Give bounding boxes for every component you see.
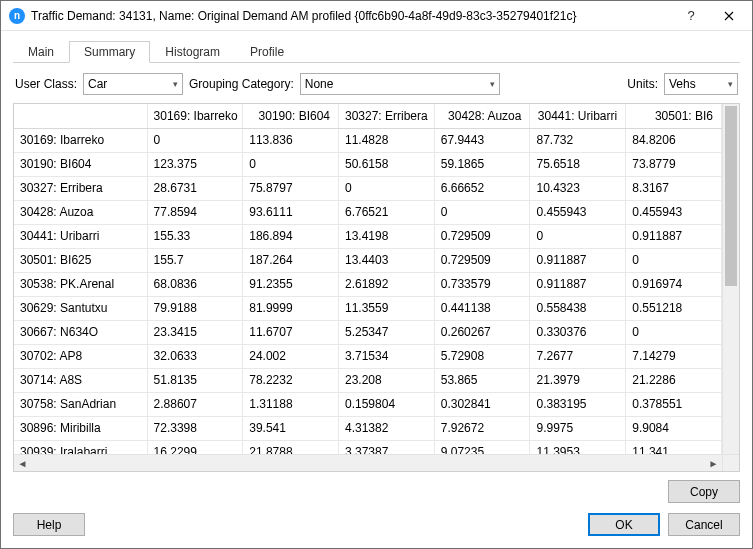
data-cell[interactable]: 23.3415 [147,320,243,344]
data-cell[interactable]: 0.378551 [626,392,722,416]
data-cell[interactable]: 21.2286 [626,368,722,392]
data-cell[interactable]: 0 [243,152,339,176]
close-button[interactable] [706,1,752,30]
row-header-cell[interactable]: 30714: A8S [14,368,147,392]
row-header-cell[interactable]: 30667: N634O [14,320,147,344]
data-cell[interactable]: 91.2355 [243,272,339,296]
data-cell[interactable]: 2.88607 [147,392,243,416]
copy-button[interactable]: Copy [668,480,740,503]
data-cell[interactable]: 0.551218 [626,296,722,320]
row-header-cell[interactable]: 30896: Miribilla [14,416,147,440]
data-cell[interactable]: 0.330376 [530,320,626,344]
table-row[interactable]: 30939: Iralabarri16.229921.87883.373879.… [14,440,722,454]
data-cell[interactable]: 79.9188 [147,296,243,320]
data-cell[interactable]: 3.71534 [339,344,435,368]
data-cell[interactable]: 5.25347 [339,320,435,344]
data-cell[interactable]: 0 [339,176,435,200]
data-cell[interactable]: 11.3559 [339,296,435,320]
data-cell[interactable]: 50.6158 [339,152,435,176]
data-cell[interactable]: 186.894 [243,224,339,248]
data-cell[interactable]: 0.733579 [434,272,530,296]
table-row[interactable]: 30169: Ibarreko0113.83611.482867.944387.… [14,128,722,152]
tab-summary[interactable]: Summary [69,41,150,63]
data-cell[interactable]: 81.9999 [243,296,339,320]
row-header-cell[interactable]: 30758: SanAdrian [14,392,147,416]
row-header-cell[interactable]: 30190: BI604 [14,152,147,176]
data-cell[interactable]: 8.3167 [626,176,722,200]
data-cell[interactable]: 11.6707 [243,320,339,344]
data-cell[interactable]: 0.455943 [530,200,626,224]
data-cell[interactable]: 9.07235 [434,440,530,454]
data-cell[interactable]: 7.14279 [626,344,722,368]
table-row[interactable]: 30629: Santutxu79.918881.999911.35590.44… [14,296,722,320]
data-cell[interactable]: 21.3979 [530,368,626,392]
table-row[interactable]: 30441: Uribarri155.33186.89413.41980.729… [14,224,722,248]
grouping-select[interactable]: None ▾ [300,73,500,95]
table-row[interactable]: 30327: Erribera28.673175.879706.6665210.… [14,176,722,200]
table-row[interactable]: 30702: AP832.063324.0023.715345.729087.2… [14,344,722,368]
data-cell[interactable]: 72.3398 [147,416,243,440]
data-cell[interactable]: 16.2299 [147,440,243,454]
table-row[interactable]: 30667: N634O23.341511.67075.253470.26026… [14,320,722,344]
data-cell[interactable]: 0.260267 [434,320,530,344]
data-cell[interactable]: 53.865 [434,368,530,392]
table-row[interactable]: 30501: BI625155.7187.26413.44030.7295090… [14,248,722,272]
data-cell[interactable]: 75.8797 [243,176,339,200]
data-cell[interactable]: 0.302841 [434,392,530,416]
data-cell[interactable]: 9.9084 [626,416,722,440]
data-cell[interactable]: 0.159804 [339,392,435,416]
data-cell[interactable]: 84.8206 [626,128,722,152]
cancel-button[interactable]: Cancel [668,513,740,536]
data-cell[interactable]: 67.9443 [434,128,530,152]
column-header[interactable]: 30327: Erribera [339,104,435,128]
data-cell[interactable]: 24.002 [243,344,339,368]
data-cell[interactable]: 73.8779 [626,152,722,176]
data-cell[interactable]: 0.558438 [530,296,626,320]
column-header[interactable]: 30441: Uribarri [530,104,626,128]
titlebar-help-button[interactable]: ? [676,1,706,30]
data-cell[interactable]: 93.6111 [243,200,339,224]
data-cell[interactable]: 5.72908 [434,344,530,368]
data-cell[interactable]: 11.4828 [339,128,435,152]
data-cell[interactable]: 87.732 [530,128,626,152]
data-cell[interactable]: 78.2232 [243,368,339,392]
data-cell[interactable]: 155.7 [147,248,243,272]
row-header-cell[interactable]: 30939: Iralabarri [14,440,147,454]
data-cell[interactable]: 3.37387 [339,440,435,454]
data-cell[interactable]: 0.455943 [626,200,722,224]
column-header[interactable]: 30190: BI604 [243,104,339,128]
data-cell[interactable]: 0 [626,320,722,344]
row-header-cell[interactable]: 30629: Santutxu [14,296,147,320]
scrollbar-thumb[interactable] [725,106,737,286]
data-cell[interactable]: 4.31382 [339,416,435,440]
data-cell[interactable]: 113.836 [243,128,339,152]
data-cell[interactable]: 59.1865 [434,152,530,176]
data-cell[interactable]: 0.441138 [434,296,530,320]
data-cell[interactable]: 0.916974 [626,272,722,296]
row-header-cell[interactable]: 30702: AP8 [14,344,147,368]
data-cell[interactable]: 0 [434,200,530,224]
help-button[interactable]: Help [13,513,85,536]
table-row[interactable]: 30714: A8S51.813578.223223.20853.86521.3… [14,368,722,392]
data-cell[interactable]: 9.9975 [530,416,626,440]
data-cell[interactable]: 0.729509 [434,224,530,248]
data-cell[interactable]: 0.383195 [530,392,626,416]
data-cell[interactable]: 123.375 [147,152,243,176]
data-cell[interactable]: 0.911887 [530,272,626,296]
data-cell[interactable]: 187.264 [243,248,339,272]
data-cell[interactable]: 0.911887 [626,224,722,248]
row-header-cell[interactable]: 30428: Auzoa [14,200,147,224]
data-cell[interactable]: 6.76521 [339,200,435,224]
vertical-scrollbar[interactable] [722,104,739,454]
data-cell[interactable]: 0 [530,224,626,248]
data-cell[interactable]: 0 [147,128,243,152]
data-cell[interactable]: 13.4198 [339,224,435,248]
data-cell[interactable]: 7.2677 [530,344,626,368]
column-header[interactable]: 30501: BI6 [626,104,722,128]
data-cell[interactable]: 23.208 [339,368,435,392]
scroll-left-icon[interactable]: ◄ [14,458,31,469]
data-cell[interactable]: 75.6518 [530,152,626,176]
data-cell[interactable]: 7.92672 [434,416,530,440]
data-cell[interactable]: 155.33 [147,224,243,248]
table-row[interactable]: 30190: BI604123.375050.615859.186575.651… [14,152,722,176]
